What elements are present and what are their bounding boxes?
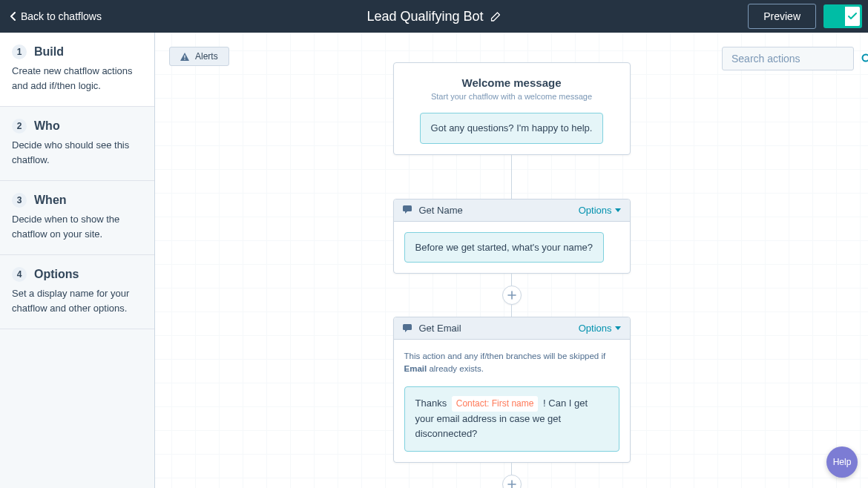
sidebar-step-options[interactable]: 4 Options Set a display name for your ch… (0, 255, 154, 329)
canvas[interactable]: Alerts Welcome message Start your chatfl… (155, 33, 868, 488)
step-number: 3 (12, 193, 27, 208)
skip-note: This action and any if/then branches wil… (404, 350, 619, 376)
title-wrap: Lead Qualifying Bot (366, 9, 501, 24)
sidebar-step-who[interactable]: 2 Who Decide who should see this chatflo… (0, 107, 154, 181)
node-options-link[interactable]: Options (579, 205, 621, 216)
get-name-bubble: Before we get started, what's your name? (404, 232, 605, 263)
check-icon (845, 7, 860, 26)
step-title: Who (34, 119, 60, 133)
welcome-node[interactable]: Welcome message Start your chatflow with… (393, 62, 631, 155)
chat-icon (403, 324, 413, 333)
search-wrap (722, 47, 854, 70)
step-title: Options (34, 268, 79, 281)
step-number: 4 (12, 267, 27, 282)
alerts-button[interactable]: Alerts (169, 47, 229, 66)
get-email-node[interactable]: Get Email Options This action and any if… (393, 317, 631, 463)
flow: Welcome message Start your chatflow with… (393, 62, 631, 488)
connector (511, 274, 512, 286)
get-name-node[interactable]: Get Name Options Before we get started, … (393, 199, 631, 274)
get-email-bubble: Thanks Contact: First name ! Can I get y… (404, 386, 619, 452)
caret-down-icon (615, 326, 621, 330)
sidebar-step-when[interactable]: 3 When Decide when to show the chatflow … (0, 181, 154, 255)
svg-rect-0 (184, 55, 185, 58)
svg-point-2 (863, 55, 869, 62)
page-title: Lead Qualifying Bot (366, 9, 483, 24)
help-button[interactable]: Help (826, 446, 858, 478)
step-desc: Decide when to show the chatflow on your… (12, 212, 142, 241)
chat-icon (403, 205, 413, 214)
svg-rect-7 (403, 324, 412, 330)
edit-icon[interactable] (491, 11, 502, 22)
node-title: Get Email (419, 323, 573, 334)
header-actions: Preview (748, 4, 862, 29)
back-label: Back to chatflows (21, 10, 102, 22)
search-input[interactable] (731, 53, 861, 65)
node-title: Get Name (419, 205, 573, 216)
sidebar-step-build[interactable]: 1 Build Create new chatflow actions and … (0, 33, 154, 107)
welcome-bubble: Got any questions? I'm happy to help. (420, 113, 604, 144)
search-icon[interactable] (861, 53, 868, 64)
step-number: 1 (12, 44, 27, 59)
add-action-button[interactable] (502, 475, 522, 488)
caret-down-icon (615, 208, 621, 212)
back-link[interactable]: Back to chatflows (6, 10, 102, 22)
connector (511, 463, 512, 475)
step-title: Build (34, 45, 64, 59)
chevron-left-icon (10, 12, 16, 21)
welcome-subtitle: Start your chatflow with a welcome messa… (406, 92, 618, 101)
preview-button[interactable]: Preview (748, 4, 816, 29)
step-desc: Set a display name for your chatflow and… (12, 286, 142, 315)
save-toggle-button[interactable] (823, 4, 862, 28)
contact-token: Contact: First name (452, 396, 539, 412)
help-label: Help (833, 457, 852, 467)
step-title: When (34, 194, 67, 207)
svg-rect-4 (403, 205, 412, 211)
svg-rect-1 (184, 59, 185, 59)
add-action-button[interactable] (502, 286, 522, 305)
step-desc: Decide who should see this chatflow. (12, 138, 142, 167)
step-number: 2 (12, 119, 27, 133)
options-label: Options (579, 205, 612, 216)
alerts-label: Alerts (195, 51, 218, 62)
sidebar: 1 Build Create new chatflow actions and … (0, 33, 155, 488)
node-options-link[interactable]: Options (579, 323, 621, 334)
step-desc: Create new chatflow actions and add if/t… (12, 64, 142, 93)
welcome-title: Welcome message (406, 76, 618, 89)
app-header: Back to chatflows Lead Qualifying Bot Pr… (0, 0, 868, 33)
warning-icon (180, 53, 189, 61)
connector (511, 155, 512, 199)
options-label: Options (579, 323, 612, 334)
connector (511, 305, 512, 317)
